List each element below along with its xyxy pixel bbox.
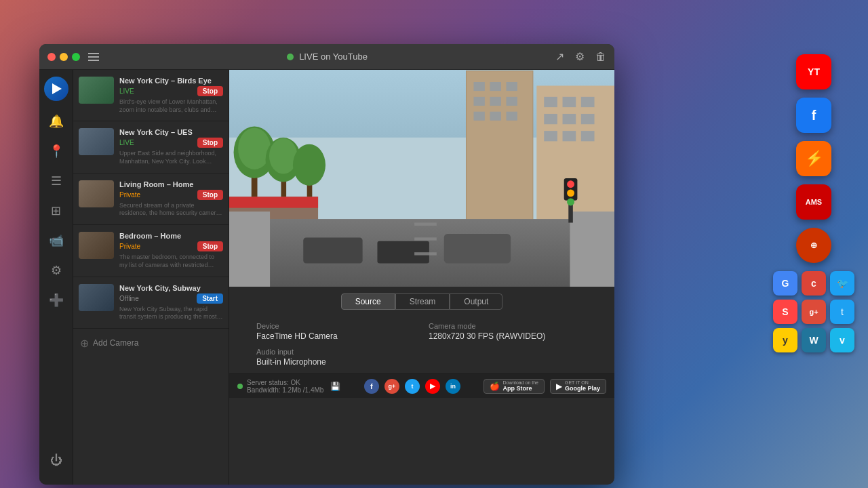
lightning-app-icon[interactable]: ⚡ xyxy=(796,141,831,176)
hdd-icon: 💾 xyxy=(330,382,340,391)
status-dot xyxy=(237,384,243,389)
tab-output[interactable]: Output xyxy=(450,293,502,310)
svg-rect-36 xyxy=(303,237,362,263)
camera-info: New York City – Birds Eye LIVE Stop Bird… xyxy=(119,77,223,114)
camera-status: Private xyxy=(119,191,140,199)
googleplay-name: Google Play xyxy=(565,385,600,392)
sidebar-item-location[interactable]: 📍 xyxy=(44,139,68,163)
app-small-7[interactable]: y xyxy=(773,328,797,352)
play-icon xyxy=(52,83,62,94)
svg-rect-4 xyxy=(473,82,484,91)
appstore-sub: Download on the xyxy=(502,380,538,385)
app-small-2[interactable]: c xyxy=(802,271,826,296)
close-button[interactable] xyxy=(47,53,56,61)
add-camera-button[interactable]: ⊕ Add Camera xyxy=(73,329,229,358)
youtube-social-icon[interactable]: ▶ xyxy=(425,379,440,394)
svg-rect-19 xyxy=(581,114,595,124)
sidebar: 🔔 📍 ☰ ⊞ 📹 ⚙ ➕ ⏻ xyxy=(39,70,73,485)
sidebar-item-add[interactable]: ➕ xyxy=(44,288,68,312)
stop-button[interactable]: Stop xyxy=(197,190,223,200)
facebook-app-icon[interactable]: f xyxy=(796,98,831,133)
title-bar-actions: ↗ ⚙ 🗑 xyxy=(555,50,606,63)
app-small-6[interactable]: t xyxy=(830,300,854,324)
ams-app-icon[interactable]: AMS xyxy=(796,184,831,220)
trash-icon[interactable]: 🗑 xyxy=(595,51,606,63)
traffic-lights xyxy=(47,53,80,61)
app-small-3[interactable]: 🐦 xyxy=(830,271,854,296)
camera-item[interactable]: New York City – Birds Eye LIVE Stop Bird… xyxy=(73,70,229,121)
sidebar-item-power[interactable]: ⏻ xyxy=(44,448,68,472)
device-value: FaceTime HD Camera xyxy=(256,331,415,341)
app-small-9[interactable]: v xyxy=(830,328,854,352)
sidebar-item-grid[interactable]: ⊞ xyxy=(44,199,68,223)
start-button[interactable]: Start xyxy=(197,293,223,304)
camera-description: Secured stream of a private residence, t… xyxy=(119,202,223,218)
sidebar-item-alerts[interactable]: 🔔 xyxy=(44,109,68,134)
sidebar-item-video[interactable]: 📹 xyxy=(44,228,68,253)
facebook-social-icon[interactable]: f xyxy=(364,379,379,394)
camera-item[interactable]: New York City, Subway Offline Start New … xyxy=(73,277,229,329)
stop-button[interactable]: Stop xyxy=(197,138,223,148)
sidebar-logo[interactable] xyxy=(44,77,68,101)
camera-mode-value: 868x488 30 FPS (RAWVIDEO) xyxy=(429,331,587,341)
camera-name: New York City – UES xyxy=(119,128,223,136)
app-small-4[interactable]: S xyxy=(773,300,797,324)
appstore-badge[interactable]: 🍎 Download on the App Store xyxy=(484,379,545,394)
stop-button[interactable]: Stop xyxy=(197,86,223,96)
server-status-text: Server status: OK xyxy=(247,379,323,386)
camera-item[interactable]: New York City – UES LIVE Stop Upper East… xyxy=(73,121,229,173)
app-small-8[interactable]: W xyxy=(802,328,826,352)
svg-rect-32 xyxy=(229,197,318,207)
svg-rect-15 xyxy=(563,97,576,107)
camera-status: Private xyxy=(119,243,140,250)
camera-description: Bird's-eye view of Lower Manhattan, zoom… xyxy=(119,98,223,114)
camera-description: Upper East Side and neighborhood, Manhat… xyxy=(119,150,223,165)
video-preview xyxy=(229,70,614,287)
camera-status: LIVE xyxy=(119,87,134,95)
svg-rect-46 xyxy=(414,252,437,255)
device-label: Device xyxy=(256,322,415,330)
main-content: 🔔 📍 ☰ ⊞ 📹 ⚙ ➕ ⏻ New York City – Birds Ey… xyxy=(39,70,614,485)
live-dot xyxy=(287,54,294,60)
camera-item[interactable]: Living Room – Home Private Stop Secured … xyxy=(73,174,229,225)
googleplus-social-icon[interactable]: g+ xyxy=(384,379,399,394)
right-apps: YT f ⚡ AMS ⊕ G c 🐦 S g+ t y W v xyxy=(773,54,854,352)
camera-info: New York City – UES LIVE Stop Upper East… xyxy=(119,128,223,165)
svg-rect-16 xyxy=(581,97,595,107)
googleplay-badge[interactable]: ▶ GET IT ON Google Play xyxy=(550,379,606,394)
app-small-1[interactable]: G xyxy=(773,271,797,296)
scope5-app-icon[interactable]: ⊕ xyxy=(796,228,831,263)
app-small-5[interactable]: g+ xyxy=(802,300,826,324)
minimize-button[interactable] xyxy=(60,53,68,61)
stop-button[interactable]: Stop xyxy=(197,241,223,251)
linkedin-social-icon[interactable]: in xyxy=(446,379,460,394)
tab-stream[interactable]: Stream xyxy=(395,293,450,310)
svg-point-42 xyxy=(567,189,574,197)
svg-rect-5 xyxy=(490,82,500,91)
sidebar-item-list[interactable]: ☰ xyxy=(44,169,68,193)
twitter-social-icon[interactable]: t xyxy=(405,379,420,394)
camera-item[interactable]: Bedroom – Home Private Stop The master b… xyxy=(73,225,229,277)
add-camera-icon: ⊕ xyxy=(80,337,89,350)
server-status: Server status: OK Bandwidth: 1.2Mb /1.4M… xyxy=(237,379,340,394)
svg-rect-20 xyxy=(544,131,557,141)
sidebar-item-settings[interactable]: ⚙ xyxy=(44,258,68,283)
svg-rect-34 xyxy=(229,211,270,287)
svg-rect-9 xyxy=(507,97,517,106)
svg-rect-44 xyxy=(414,223,437,226)
svg-rect-12 xyxy=(507,112,517,121)
apple-icon: 🍎 xyxy=(490,382,500,391)
settings-icon[interactable]: ⚙ xyxy=(575,50,585,63)
menu-icon[interactable] xyxy=(88,53,99,61)
svg-rect-21 xyxy=(563,131,576,141)
camera-status-row: Offline Start xyxy=(119,293,223,304)
tab-source[interactable]: Source xyxy=(341,293,395,310)
maximize-button[interactable] xyxy=(72,53,80,61)
audio-input-label: Audio input xyxy=(256,348,415,356)
svg-rect-7 xyxy=(473,97,484,106)
footer: Server status: OK Bandwidth: 1.2Mb /1.4M… xyxy=(229,373,614,398)
share-icon[interactable]: ↗ xyxy=(555,50,564,63)
camera-thumbnail xyxy=(79,128,114,155)
youtube-app-icon[interactable]: YT xyxy=(796,54,831,89)
googleplay-icon: ▶ xyxy=(556,382,562,391)
